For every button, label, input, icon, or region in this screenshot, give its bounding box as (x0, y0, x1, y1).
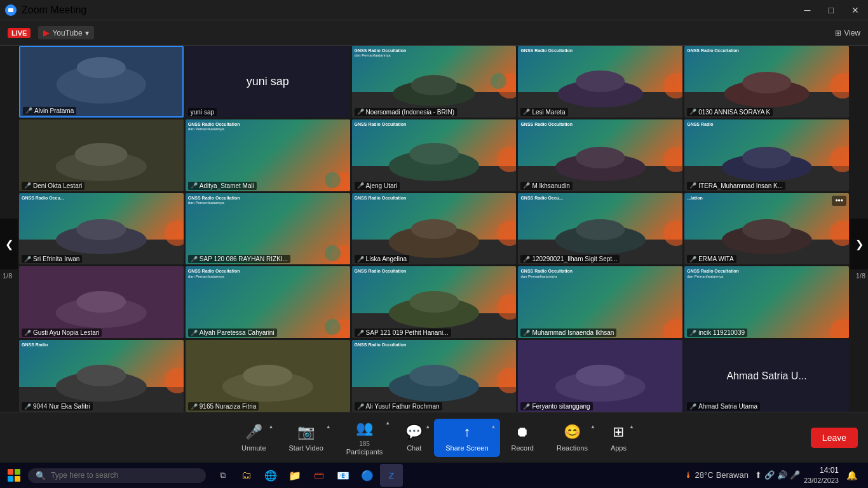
edge-icon[interactable]: 🌐 (259, 464, 282, 487)
participant-cell-liska[interactable]: GNSS Radio Occultation 🎤 Liska Angelina (352, 193, 517, 265)
record-button[interactable]: ⏺ Record (500, 419, 545, 457)
files-icon[interactable]: 📁 (283, 464, 306, 487)
participant-cell-aditya[interactable]: GNSS Radio Occultation dan Pemanfaatanny… (186, 119, 350, 191)
outlook-icon[interactable]: 📧 (332, 464, 355, 487)
participant-cell-annisa[interactable]: GNSS Radio Occultation 🎤 0130 ANNISA SOR… (684, 46, 849, 118)
share-icon: ↑ (463, 424, 470, 440)
unmute-button[interactable]: ▲ 🎤 Unmute (230, 419, 278, 457)
view-label: View (844, 29, 860, 37)
share-caret[interactable]: ▲ (491, 424, 496, 430)
time-label: 14:01 (804, 466, 839, 476)
participant-name-gusti: 🎤 Gusti Ayu Nopia Lestari (22, 329, 102, 337)
date-label: 23/02/2023 (804, 476, 839, 485)
participant-cell-ilham[interactable]: GNSS Radio Occu... 🎤 120290021_Ilham Sig… (518, 193, 682, 265)
share-screen-button[interactable]: ▲ ↑ Share Screen (434, 419, 499, 457)
participants-icon: 👥 (356, 420, 373, 437)
office-icon[interactable]: 🗃 (308, 464, 330, 487)
zoom-icon (5, 4, 17, 16)
participant-name-nur: 🎤 9044 Nur Eka Safitri (22, 402, 93, 410)
minimize-button[interactable]: ─ (801, 4, 815, 17)
participant-name-nuraziza: 🎤 9165 Nuraziza Fitria (188, 402, 259, 410)
participant-name-erma: 🎤 ERMA WITA (687, 255, 736, 263)
participant-cell-incik[interactable]: GNSS Radio Occultation dan Pemanfaatanny… (684, 266, 849, 338)
apps-caret[interactable]: ▲ (629, 424, 634, 430)
youtube-button[interactable]: ▶ YouTube ▾ (38, 26, 93, 39)
participant-cell-itera[interactable]: GNSS Radio 🎤 ITERA_Muhammad Insan K... (684, 119, 849, 191)
video-caret[interactable]: ▲ (326, 424, 331, 430)
unmute-caret[interactable]: ▲ (269, 424, 274, 430)
notification-button[interactable]: 🔔 (843, 466, 860, 484)
participant-cell-gusti[interactable]: 🎤 Gusti Ayu Nopia Lestari (19, 266, 184, 338)
search-input[interactable] (51, 471, 178, 480)
participant-name-alvin: 🎤 Alvin Pratama (23, 107, 76, 115)
participant-name-ilham: 🎤 120290021_Ilham Sigit Sept... (520, 255, 620, 263)
participant-cell-alyah[interactable]: GNSS Radio Occultation dan Pemanfaatanny… (186, 266, 350, 338)
weather-temp-icon: 🌡 (684, 470, 693, 480)
participants-count: 185 (359, 440, 370, 447)
participant-name-itera: 🎤 ITERA_Muhammad Insan K... (687, 182, 785, 190)
start-menu-button[interactable] (3, 464, 25, 487)
participant-cell-pethit[interactable]: GNSS Radio Occultation 🎤 SAP 121 019 Pet… (352, 266, 517, 338)
top-bar: LIVE ▶ YouTube ▾ ⊞ View (0, 20, 868, 46)
participants-caret[interactable]: ▲ (385, 420, 390, 426)
record-icon: ⏺ (515, 424, 529, 440)
nav-left-arrow[interactable]: ❮ (0, 219, 18, 269)
reactions-label: Reactions (557, 444, 588, 452)
participant-cell-ali[interactable]: GNSS Radio Occultation 🎤 Ali Yusuf Fathu… (352, 340, 517, 412)
participant-cell-lesi[interactable]: GNSS Radio Occultation 🎤 Lesi Mareta (518, 46, 682, 118)
explorer-icon[interactable]: 🗂 (235, 464, 258, 487)
view-button[interactable]: ⊞ View (835, 29, 860, 37)
camera-icon: 📷 (297, 424, 315, 440)
leave-button[interactable]: Leave (811, 428, 858, 448)
taskbar: 🔍 ⧉ 🗂 🌐 📁 🗃 📧 🔵 Z 🌡 28°C Berawan ⬆ 🔗 🔊 🎤… (0, 463, 868, 488)
speaker-icon: 🔊 (777, 470, 787, 480)
participant-cell-deni[interactable]: 🎤 Deni Okta Lestari (19, 119, 184, 191)
title-controls: ─ □ ✕ (801, 4, 863, 17)
weather-label: Berawan (716, 470, 749, 480)
maximize-button[interactable]: □ (825, 4, 837, 17)
page-left-indicator: 1/8 (3, 272, 12, 280)
nav-right-arrow[interactable]: ❯ (850, 219, 868, 269)
taskbar-pinned-icons: ⧉ 🗂 🌐 📁 🗃 📧 🔵 Z (211, 464, 403, 487)
participant-cell-muhammad[interactable]: GNSS Radio Occultation dan Pemanfaatanny… (518, 266, 682, 338)
close-button[interactable]: ✕ (848, 4, 863, 17)
participants-label: Participants (346, 448, 383, 456)
participant-cell-sri[interactable]: GNSS Radio Occu... 🎤 Sri Efrinita Irwan (19, 193, 184, 265)
microphone-sys-icon: 🎤 (790, 470, 800, 480)
chat-caret[interactable]: ▲ (425, 424, 430, 430)
network-icon: 🔗 (764, 470, 775, 480)
participants-button[interactable]: ▲ 👥 185 Participants (335, 415, 394, 461)
start-video-button[interactable]: ▲ 📷 Start Video (278, 419, 335, 457)
reactions-button[interactable]: ▲ 😊 Reactions (545, 419, 599, 457)
taskbar-search[interactable]: 🔍 (28, 468, 206, 483)
apps-icon: ⊞ (613, 424, 624, 440)
task-view-button[interactable]: ⧉ (211, 464, 234, 487)
participant-cell-nuraziza[interactable]: 🎤 9165 Nuraziza Fitria (186, 340, 350, 412)
live-badge: LIVE (8, 28, 31, 38)
title-bar: Zoom Meeting ─ □ ✕ (0, 0, 868, 20)
share-screen-label: Share Screen (445, 444, 488, 452)
participant-cell-noersomadi[interactable]: GNSS Radio Occultation dan Pemanfaatanny… (352, 46, 517, 118)
participant-cell-nur[interactable]: GNSS Radio 🎤 9044 Nur Eka Safitri (19, 340, 184, 412)
participant-cell-ikhsanudin[interactable]: GNSS Radio Occultation 🎤 M Ikhsanudin (518, 119, 682, 191)
participant-name-ajeng: 🎤 Ajeng Utari (355, 182, 400, 190)
time-block: 14:01 23/02/2023 (804, 466, 839, 485)
three-dots-menu-erma[interactable]: ••• (832, 196, 846, 206)
participant-cell-feryanto[interactable]: 🎤 Feryanto sitanggang (518, 340, 682, 412)
participant-cell-ajeng[interactable]: GNSS Radio Occultation 🎤 Ajeng Utari (352, 119, 517, 191)
chat-button[interactable]: ▲ 💬 Chat (394, 419, 434, 457)
mute-icon-alvin: 🎤 (25, 107, 32, 114)
participant-cell-alvin[interactable]: 🎤 Alvin Pratama (19, 46, 184, 118)
zoom-taskbar-icon[interactable]: Z (380, 464, 403, 487)
reactions-caret[interactable]: ▲ (590, 424, 595, 430)
windows-icon (8, 469, 20, 482)
apps-button[interactable]: ▲ ⊞ Apps (599, 419, 638, 457)
participant-cell-rayhan[interactable]: GNSS Radio Occultation dan Pemanfaatanny… (186, 193, 350, 265)
participant-cell-yuni[interactable]: yuni sap yuni sap (186, 46, 350, 118)
participant-cell-ahmad[interactable]: Ahmad Satria U... 🎤 Ahmad Satria Utama (684, 340, 849, 412)
taskbar-right: 🌡 28°C Berawan ⬆ 🔗 🔊 🎤 14:01 23/02/2023 … (684, 466, 865, 485)
participant-cell-erma[interactable]: ...lation ••• 🎤 ERMA WITA (684, 193, 849, 265)
chat-label: Chat (407, 444, 421, 452)
chat-icon: 💬 (405, 424, 423, 440)
chrome-icon[interactable]: 🔵 (356, 464, 379, 487)
